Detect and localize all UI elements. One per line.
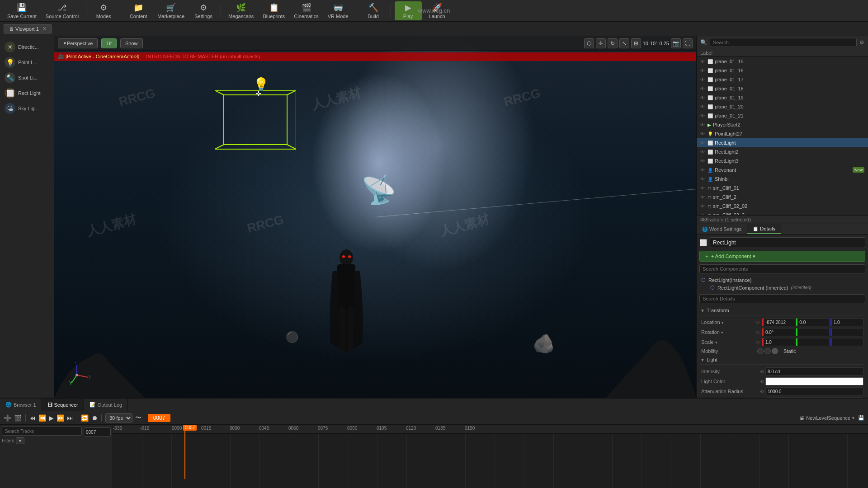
component-instance-item[interactable]: ⬡ RectLight(Instance) xyxy=(699,276,865,284)
sky-light-item[interactable]: 🌤 Sky Lig... xyxy=(2,101,52,116)
rotation-reset[interactable]: ⟲ xyxy=(755,329,760,335)
rotate-icon[interactable]: ↻ xyxy=(608,38,618,48)
new-level-seq-dropdown[interactable]: ▾ xyxy=(852,416,854,420)
visibility-icon[interactable]: 👁 xyxy=(700,95,705,100)
source-control-button[interactable]: ⎇ Source Control xyxy=(42,1,82,20)
grid-icon[interactable]: ⊞ xyxy=(631,38,641,48)
seq-add-button[interactable]: ➕ xyxy=(4,414,11,422)
light-color-swatch[interactable] xyxy=(765,377,863,385)
visibility-icon[interactable]: 👁 xyxy=(700,168,705,173)
show-button[interactable]: Show xyxy=(120,38,143,48)
light-section-header[interactable]: ▼ Light xyxy=(699,355,865,365)
visibility-icon[interactable]: 👁 xyxy=(700,177,705,182)
visibility-icon[interactable]: 👁 xyxy=(700,195,705,200)
light-color-reset[interactable]: ⟲ xyxy=(760,379,764,384)
outliner-item-selected[interactable]: 👁 ⬜ RectLight xyxy=(697,138,868,147)
movable-dot[interactable] xyxy=(772,348,778,354)
intensity-reset[interactable]: ⟲ xyxy=(760,369,764,374)
location-y[interactable]: 0.0 xyxy=(796,318,829,326)
visibility-icon[interactable]: 👁 xyxy=(700,122,705,127)
outliner-item[interactable]: 👁 ◻ sm_Cliff_02_3 xyxy=(697,211,868,215)
outliner-item[interactable]: 👁 ⬜ plane_01_17 xyxy=(697,75,868,84)
perspective-button[interactable]: ▼ Perspective xyxy=(58,38,98,48)
settings-button[interactable]: ⚙ Settings xyxy=(190,1,217,20)
visibility-icon[interactable]: 👁 xyxy=(700,77,705,82)
viewport[interactable]: ▼ Perspective Lit Show ⬡ ✛ ↻ ⤡ ⊞ 10 10° … xyxy=(54,36,696,398)
scale-x[interactable]: 1.0 xyxy=(762,338,795,346)
outliner-item[interactable]: 👁 ◻ sm_Cliff_02_02 xyxy=(697,202,868,211)
megascans-button[interactable]: 🌿 Megascans xyxy=(225,1,257,20)
visibility-icon[interactable]: 👁 xyxy=(700,104,705,109)
component-inherited-item[interactable]: ⬡ RectLightComponent (Inherited) (Inheri… xyxy=(699,284,865,291)
spot-light-item[interactable]: 🔦 Spot Li... xyxy=(2,70,52,85)
viewport-tab-close[interactable]: ✕ xyxy=(42,26,47,32)
settings-icon[interactable]: ⚙ xyxy=(859,39,864,46)
scale-icon[interactable]: ⤡ xyxy=(619,38,629,48)
seq-step-back[interactable]: ⏪ xyxy=(38,414,46,422)
blueprints-button[interactable]: 📋 Blueprints xyxy=(259,1,288,20)
visibility-icon[interactable]: 👁 xyxy=(700,131,705,136)
browser-tab[interactable]: 🌐 Browser 1 xyxy=(0,399,42,411)
viewport-tab[interactable]: 🖥 Viewport 1 ✕ xyxy=(4,24,52,34)
outliner-item[interactable]: 👁 ⬜ RectLight3 xyxy=(697,156,868,165)
translate-icon[interactable]: ✛ xyxy=(596,38,606,48)
rotation-dropdown[interactable]: ▾ xyxy=(721,330,723,335)
new-level-sequence-button[interactable]: 📽 NewLevelSequence ▾ 💾 xyxy=(799,415,864,421)
outliner-item[interactable]: 👁 ◻ sm_Cliff_01 xyxy=(697,183,868,192)
location-dropdown[interactable]: ▾ xyxy=(722,320,724,325)
seq-step-forward[interactable]: ⏩ xyxy=(57,414,64,422)
outliner-item[interactable]: 👁 👤 Shinbi xyxy=(697,174,868,183)
world-settings-tab[interactable]: 🌐 World Settings xyxy=(697,224,747,234)
seq-goto-start[interactable]: ⏮ xyxy=(29,414,36,422)
directional-light-item[interactable]: ☀ Directic... xyxy=(2,40,52,54)
marketplace-button[interactable]: 🛒 Marketplace xyxy=(154,1,188,20)
outliner-item[interactable]: 👁 ⬜ plane_01_18 xyxy=(697,84,868,93)
play-button[interactable]: ▶ Play xyxy=(395,1,422,20)
search-details-input[interactable] xyxy=(699,294,865,303)
attenuation-radius-value[interactable]: 1000.0 xyxy=(765,387,863,395)
rect-light-item[interactable]: ⬜ Rect Light xyxy=(2,86,52,100)
static-dot[interactable] xyxy=(757,348,764,354)
outliner-search-input[interactable] xyxy=(710,38,857,47)
add-component-button[interactable]: ＋ + Add Component ▾ xyxy=(699,251,865,262)
search-components-input[interactable] xyxy=(699,264,865,273)
visibility-icon[interactable]: 👁 xyxy=(700,186,705,191)
location-reset[interactable]: ⟲ xyxy=(755,319,760,325)
location-x[interactable]: -874.2812 xyxy=(762,318,795,326)
scale-y[interactable] xyxy=(796,338,829,346)
viewport-scene[interactable]: RRCG 人人素材 RRCG 人人素材 RRCG 人人素材 xyxy=(54,36,696,398)
modes-button[interactable]: ⚙ Modes xyxy=(90,1,117,20)
visibility-icon[interactable]: 👁 xyxy=(700,59,705,64)
save-current-button[interactable]: 💾 Save Current xyxy=(4,1,40,20)
attenuation-reset[interactable]: ⟲ xyxy=(760,389,764,394)
transform-section-header[interactable]: ▼ Transform xyxy=(699,306,865,315)
location-z[interactable]: 1.0 xyxy=(830,318,863,326)
build-button[interactable]: 🔨 Build xyxy=(360,1,387,20)
save-seq-icon[interactable]: 💾 xyxy=(858,415,864,421)
outliner-item[interactable]: 👁 ⬜ RectLight2 xyxy=(697,147,868,156)
visibility-icon[interactable]: 👁 xyxy=(700,204,705,209)
sequencer-tab[interactable]: 🎞 Sequencer xyxy=(42,399,84,411)
intensity-value[interactable]: 8.0 cd xyxy=(765,367,863,375)
maximize-icon[interactable]: ⛶ xyxy=(683,38,693,48)
rotation-y[interactable] xyxy=(796,328,829,336)
seq-record[interactable]: ⏺ xyxy=(91,414,98,422)
content-button[interactable]: 📁 Content xyxy=(125,1,152,20)
transform-icon[interactable]: ⬡ xyxy=(584,38,594,48)
vr-mode-button[interactable]: 🥽 VR Mode xyxy=(324,1,352,20)
outliner-item[interactable]: 👁 ⬜ plane_01_15 xyxy=(697,57,868,66)
output-log-tab[interactable]: 📝 Output Log xyxy=(84,399,128,411)
lit-button[interactable]: Lit xyxy=(101,38,117,48)
outliner-item[interactable]: 👁 ⬜ plane_01_21 xyxy=(697,111,868,120)
seq-goto-end[interactable]: ⏭ xyxy=(67,414,73,422)
outliner-item[interactable]: 👁 ⬜ plane_01_19 xyxy=(697,93,868,102)
point-light-item[interactable]: 💡 Point L... xyxy=(2,55,52,70)
rotation-z[interactable] xyxy=(830,328,863,336)
fps-selector[interactable]: 30 fps xyxy=(105,413,132,422)
stationary-dot[interactable] xyxy=(764,348,771,354)
frame-input[interactable] xyxy=(84,427,111,436)
seq-camera-button[interactable]: 🎬 xyxy=(14,414,22,422)
cinematics-button[interactable]: 🎬 Cinematics xyxy=(290,1,322,20)
visibility-icon[interactable]: 👁 xyxy=(700,159,705,164)
visibility-icon[interactable]: 👁 xyxy=(700,113,705,118)
